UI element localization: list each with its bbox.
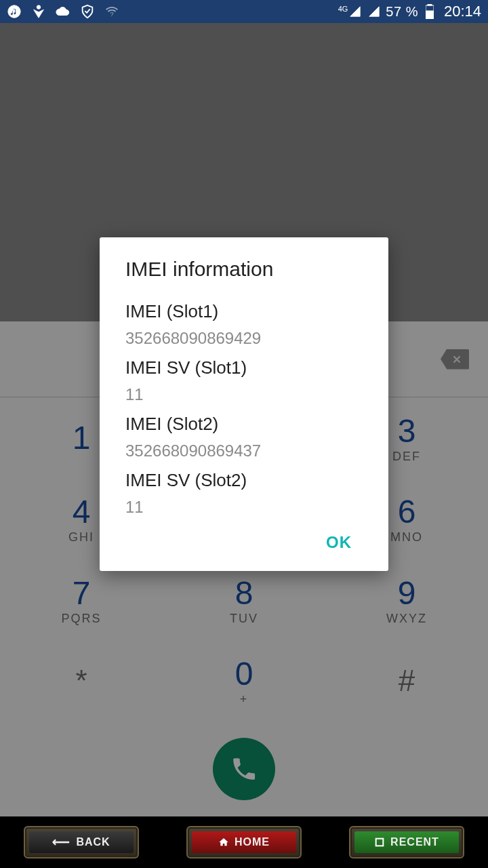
battery-percent: 57 % [386,4,418,20]
svg-point-0 [8,5,20,18]
wifi-question-icon: ? [104,4,119,19]
svg-text:?: ? [110,11,113,18]
system-nav-bar: ⟵ BACK HOME RECENT [0,816,488,868]
svg-rect-6 [376,839,384,846]
imei-dialog: IMEI information IMEI (Slot1) 3526680908… [100,237,388,571]
nav-back-button[interactable]: ⟵ BACK [24,826,139,859]
recent-icon [374,837,385,848]
network-type-label: 4G [338,5,348,12]
status-right: 4G 57 % 20:14 [338,3,481,20]
status-left: ? [7,4,119,19]
signal-2-icon [367,4,382,19]
nav-home-label: HOME [235,836,270,848]
imeisv-slot2-label: IMEI SV (Slot2) [125,470,363,491]
nav-home-button[interactable]: HOME [186,826,302,859]
imeisv-slot1-label: IMEI SV (Slot1) [125,357,363,378]
ok-button[interactable]: OK [315,528,363,557]
nav-recent-label: RECENT [390,836,439,848]
svg-rect-5 [426,11,434,19]
svg-point-1 [37,5,41,9]
imeisv-slot1-value: 11 [125,385,363,404]
shield-check-icon [80,4,95,19]
imei-slot1-value: 352668090869429 [125,329,363,348]
person-icon [31,4,46,19]
music-note-icon [7,4,22,19]
nav-back-label: BACK [76,836,110,848]
arrow-left-icon: ⟵ [52,835,70,850]
cloud-icon [56,4,70,19]
clock: 20:14 [441,3,481,20]
signal-1-icon [348,4,363,19]
imei-slot2-value: 352668090869437 [125,441,363,460]
imei-slot2-label: IMEI (Slot2) [125,414,363,435]
status-bar: ? 4G 57 % 20:14 [0,0,488,23]
imei-slot1-label: IMEI (Slot1) [125,301,363,322]
nav-recent-button[interactable]: RECENT [349,826,464,859]
imeisv-slot2-value: 11 [125,498,363,517]
home-icon [218,837,229,848]
dialog-title: IMEI information [125,258,363,281]
battery-icon [422,4,437,19]
